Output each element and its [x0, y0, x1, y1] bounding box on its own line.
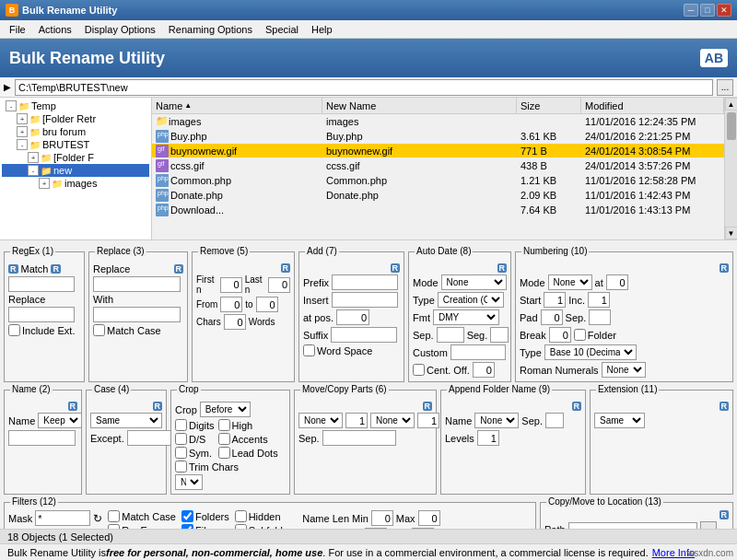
scroll-thumb[interactable]	[727, 112, 736, 140]
tree-item-temp[interactable]: - 📁 Temp	[2, 99, 149, 112]
menu-display-options[interactable]: Display Options	[79, 22, 161, 37]
scroll-up-arrow[interactable]: ▲	[725, 98, 738, 111]
case-except-input[interactable]	[127, 430, 171, 446]
replace-match-case-label[interactable]: Match Case	[93, 324, 161, 336]
autodate-cent-checkbox[interactable]	[413, 364, 425, 376]
col-header-modified[interactable]: Modified	[581, 98, 724, 113]
crop-digits-label[interactable]: Digits	[175, 419, 215, 431]
filters-hidden-label[interactable]: Hidden	[235, 510, 281, 522]
name-r-badge[interactable]: R	[68, 402, 78, 411]
file-row-download-php[interactable]: php Download... 7.64 KB 11/01/2016 1:43:…	[152, 203, 724, 217]
crop-sym-checkbox[interactable]	[175, 447, 187, 459]
filters-namelenmin-input[interactable]	[371, 510, 393, 526]
extension-r-badge[interactable]: R	[719, 402, 730, 411]
tree-expand-folder-retr[interactable]: +	[17, 113, 28, 124]
remove-r-badge[interactable]: R	[281, 263, 291, 273]
scroll-down-arrow[interactable]: ▼	[725, 227, 738, 239]
add-atpos-input[interactable]	[336, 309, 369, 325]
filters-match-case-checkbox[interactable]	[108, 510, 120, 522]
name-select[interactable]: Keep	[38, 413, 82, 428]
crop-high-checkbox[interactable]	[218, 419, 230, 431]
tree-expand-new[interactable]: -	[28, 165, 39, 176]
crop-non-select[interactable]: Non	[175, 474, 203, 490]
crop-leaddots-label[interactable]: Lead Dots	[218, 447, 278, 459]
maximize-button[interactable]: □	[700, 4, 715, 17]
add-r-badge[interactable]: R	[391, 263, 401, 273]
regex-r2-badge[interactable]: R	[51, 264, 61, 274]
filters-folders-label[interactable]: Folders	[181, 510, 229, 522]
regex-replace-input[interactable]	[8, 307, 75, 322]
autodate-seg-input[interactable]	[490, 327, 509, 343]
copymove-path-input[interactable]	[568, 522, 697, 530]
remove-lastn-input[interactable]	[268, 277, 290, 293]
menu-file[interactable]: File	[4, 22, 31, 37]
tree-expand-bru-forum[interactable]: +	[17, 126, 28, 137]
file-row-common-php[interactable]: php Common.php Common.php 1.21 KB 11/01/…	[152, 173, 724, 188]
menu-renaming-options[interactable]: Renaming Options	[163, 22, 258, 37]
movecopy-spin1-input[interactable]	[345, 413, 368, 428]
remove-to-input[interactable]	[256, 297, 278, 312]
file-row-ccss-gif[interactable]: gif ccss.gif ccss.gif 438 B 24/01/2014 3…	[152, 158, 724, 173]
crop-accents-label[interactable]: Accents	[218, 433, 268, 445]
autodate-custom-input[interactable]	[450, 344, 506, 360]
remove-chars-input[interactable]	[224, 314, 246, 330]
appendfolder-sep-input[interactable]	[545, 413, 564, 428]
numbering-folder-checkbox[interactable]	[574, 329, 586, 341]
tree-item-brutest[interactable]: - 📁 BRUTEST	[2, 138, 149, 151]
numbering-inc-input[interactable]	[588, 292, 610, 308]
appendfolder-levels-input[interactable]	[477, 430, 499, 446]
name-input[interactable]	[8, 430, 76, 446]
col-header-name[interactable]: Name ▲	[152, 98, 322, 113]
add-wordspace-label[interactable]: Word Space	[303, 344, 372, 356]
add-insert-input[interactable]	[332, 292, 398, 308]
col-header-newname[interactable]: New Name	[322, 98, 517, 113]
tree-item-folder-f[interactable]: + 📁 [Folder F	[2, 151, 149, 164]
tree-item-new[interactable]: - 📁 new	[2, 164, 149, 177]
case-select[interactable]: Same	[90, 413, 162, 428]
menu-actions[interactable]: Actions	[33, 22, 77, 37]
replace-r-badge[interactable]: R	[174, 264, 184, 274]
numbering-break-input[interactable]	[549, 327, 571, 343]
filters-mask-input[interactable]	[35, 510, 90, 526]
menu-help[interactable]: Help	[306, 22, 338, 37]
crop-high-label[interactable]: High	[218, 419, 253, 431]
regex-match-input[interactable]	[8, 276, 75, 292]
numbering-start-input[interactable]	[544, 292, 566, 308]
movecopy-none1-select[interactable]: None	[298, 413, 343, 428]
tree-item-images[interactable]: + 📁 images	[2, 177, 149, 190]
add-prefix-input[interactable]	[332, 274, 398, 290]
add-wordspace-checkbox[interactable]	[303, 344, 315, 356]
regex-include-ext-label[interactable]: Include Ext.	[8, 324, 75, 336]
tree-expand-folder-f[interactable]: +	[28, 152, 39, 163]
appendfolder-none-select[interactable]: None	[474, 413, 519, 428]
autodate-fmt-select[interactable]: DMY	[433, 309, 499, 325]
numbering-mode-select[interactable]: None	[548, 274, 592, 290]
copymove-browse-button[interactable]: ...	[700, 521, 717, 529]
numbering-pad-input[interactable]	[541, 309, 563, 325]
case-r-badge[interactable]: R	[153, 402, 163, 411]
file-list-scrollbar[interactable]: ▲ ▼	[724, 98, 737, 239]
file-row-buy-php[interactable]: php Buy.php Buy.php 3.61 KB 24/01/2016 2…	[152, 129, 724, 144]
crop-leaddots-checkbox[interactable]	[218, 447, 230, 459]
copymove-r-badge[interactable]: R	[719, 510, 730, 519]
numbering-at-input[interactable]	[606, 274, 628, 290]
path-input[interactable]	[15, 79, 713, 96]
numbering-roman-select[interactable]: None	[602, 362, 646, 378]
regex-include-ext-checkbox[interactable]	[8, 324, 20, 336]
remove-from-input[interactable]	[220, 297, 242, 312]
movecopy-none2-select[interactable]: None	[370, 413, 415, 428]
filters-match-case-label[interactable]: Match Case	[108, 510, 176, 522]
numbering-sep-input[interactable]	[589, 309, 611, 325]
autodate-sep-input[interactable]	[437, 327, 464, 343]
tree-item-folder-retr[interactable]: + 📁 [Folder Retr	[2, 112, 149, 125]
minimize-button[interactable]: ─	[684, 4, 698, 17]
filters-namelenmax-input[interactable]	[418, 510, 440, 526]
path-browse-button[interactable]: ...	[717, 79, 733, 96]
crop-ds-checkbox[interactable]	[175, 433, 187, 445]
replace-with-input[interactable]	[93, 307, 181, 322]
crop-sym-label[interactable]: Sym.	[175, 447, 212, 459]
file-row-images[interactable]: 📁 images images 11/01/2016 12:24:35 PM	[152, 114, 724, 129]
crop-ds-label[interactable]: D/S	[175, 433, 205, 445]
autodate-off-input[interactable]	[473, 362, 495, 378]
tree-item-bru-forum[interactable]: + 📁 bru forum	[2, 125, 149, 138]
